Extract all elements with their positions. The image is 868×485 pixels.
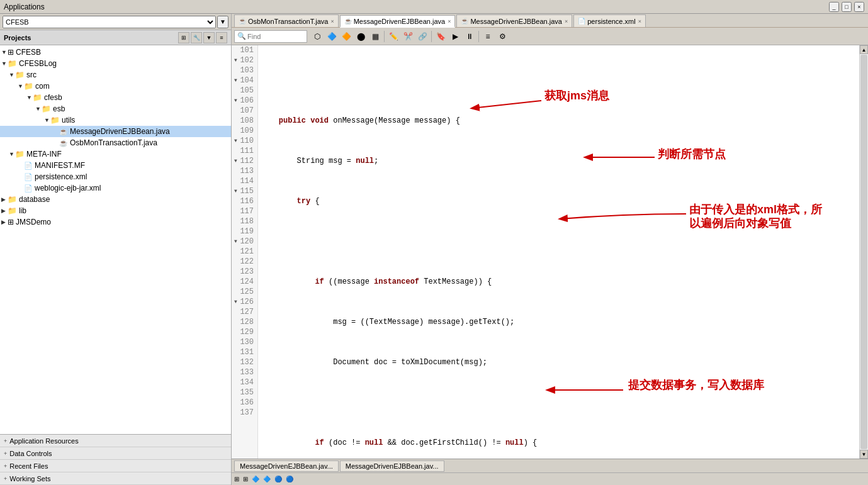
status-item-3: 🔷 (252, 476, 259, 482)
code-editor[interactable]: 101 ▼102 103 ▼104 105 ▼106 107 108 109 ▼… (232, 45, 868, 459)
tree-item-database[interactable]: ▶ 📁 database (0, 194, 231, 205)
tree-item[interactable]: ▼ 📁 utils (0, 114, 231, 126)
toolbar-btn-13[interactable]: ⚙ (495, 30, 509, 43)
tab-recent-files[interactable]: + Recent Files (0, 460, 231, 472)
toolbar-btn-5[interactable]: ▦ (368, 30, 382, 43)
tree-item-jmsdemo[interactable]: ▶ ⊞ JMSDemo (0, 216, 231, 228)
tree-item-manifest[interactable]: 📄 MANIFEST.MF (0, 160, 231, 171)
tree-item[interactable]: ▼ 📁 com (0, 81, 231, 92)
tree-item-osbmon[interactable]: ☕ OsbMonTransactionT.java (0, 137, 231, 148)
code-line: try { (261, 196, 857, 206)
tree-item[interactable]: ▼ 📁 esb (0, 103, 231, 114)
code-line: if ((message instanceof TextMessage)) { (261, 277, 857, 287)
right-scrollbar[interactable]: ▲ ▼ (859, 45, 868, 459)
proj-btn-2[interactable]: 🔧 (191, 32, 202, 43)
annotation-jms: 获取jms消息 (544, 91, 609, 101)
toolbar-btn-3[interactable]: 🔶 (339, 30, 353, 43)
tree-item-weblogic[interactable]: 📄 weblogic-ejb-jar.xml (0, 182, 231, 194)
status-item-2: ⊞ (243, 476, 248, 482)
editor-toolbar: 🔍 ⬡ 🔷 🔶 ⬤ ▦ ✏️ ✂️ 🔗 🔖 ▶ ⏸ ≡ ⚙ (232, 28, 868, 45)
status-item-6: 🔵 (286, 476, 293, 482)
tree-item[interactable]: ▼ 📁 CFESBLog (0, 58, 231, 69)
toolbar-btn-6[interactable]: ✏️ (386, 30, 400, 43)
tab-messagedriven-2[interactable]: ☕ MessageDrivenEJBBean.java × (456, 14, 572, 27)
code-line: msg = ((TextMessage) message).getText(); (261, 317, 857, 327)
projects-toolbar: ⊞ 🔧 ▼ ≡ (178, 32, 227, 43)
toolbar-btn-9[interactable]: 🔖 (434, 30, 448, 43)
scroll-thumb[interactable] (860, 55, 867, 449)
status-item-1: ⊞ (234, 476, 239, 482)
annotation-commit: 提交数据事务，写入数据库 (628, 380, 764, 390)
search-box: 🔍 (234, 30, 307, 43)
code-line (261, 398, 857, 408)
tree-item-lib[interactable]: ▶ 📁 lib (0, 205, 231, 216)
projects-label: Projects (4, 34, 31, 42)
search-icon: 🔍 (237, 32, 246, 40)
code-line (261, 75, 857, 86)
toolbar-btn-11[interactable]: ⏸ (463, 30, 476, 43)
code-line: String msg = null; (261, 156, 857, 166)
bottom-tabs: + Application Resources + Data Controls … (0, 434, 231, 485)
menu-bar[interactable]: Applications _ □ × (0, 0, 868, 14)
right-panel: ☕ OsbMonTransactionT.java × ☕ MessageDri… (232, 14, 868, 485)
toolbar-btn-8[interactable]: 🔗 (415, 30, 429, 43)
app-selector: CFESB ▼ (0, 14, 231, 30)
tree-item[interactable]: ▼ 📁 cfesb (0, 92, 231, 103)
search-input[interactable] (247, 33, 304, 40)
status-bar: ⊞ ⊞ 🔷 🔷 🔵 🔵 (232, 472, 868, 485)
code-line: Document doc = toXmlDocument(msg); (261, 357, 857, 367)
tree-item[interactable]: ▼ 📁 src (0, 69, 231, 81)
toolbar-btn-7[interactable]: ✂️ (401, 30, 415, 43)
scroll-up-btn[interactable]: ▲ (860, 45, 868, 54)
app-dropdown-btn[interactable]: ▼ (217, 16, 228, 28)
annotation-xml: 由于传入是的xml格式，所以遍例后向对象写值 (689, 203, 822, 230)
file-tab-1[interactable]: MessageDrivenEJBBean.jav... (234, 460, 339, 472)
app-dropdown[interactable]: CFESB (3, 16, 216, 28)
proj-btn-1[interactable]: ⊞ (178, 32, 189, 43)
code-line (261, 237, 857, 247)
line-numbers: 101 ▼102 103 ▼104 105 ▼106 107 108 109 ▼… (232, 45, 258, 459)
tab-working-sets[interactable]: + Working Sets (0, 472, 231, 485)
bottom-file-tabs: MessageDrivenEJBBean.jav... MessageDrive… (232, 459, 868, 472)
scroll-down-btn[interactable]: ▼ (860, 450, 868, 459)
tab-persistence[interactable]: 📄 persistence.xml × (573, 14, 646, 27)
tree-item-metainf[interactable]: ▼ 📁 META-INF (0, 148, 231, 160)
tree-item[interactable]: ▼ ⊞ CFESB (0, 47, 231, 58)
tab-app-resources[interactable]: + Application Resources (0, 435, 231, 447)
proj-btn-3[interactable]: ▼ (203, 32, 215, 43)
close-btn[interactable]: × (854, 2, 864, 12)
proj-btn-4[interactable]: ≡ (216, 32, 227, 43)
status-item-5: 🔵 (274, 476, 282, 482)
tree-item-messagedriven[interactable]: ☕ MessageDrivenEJBBean.java (0, 126, 231, 137)
menu-item-applications[interactable]: Applications (4, 3, 45, 11)
toolbar-btn-1[interactable]: ⬡ (310, 30, 324, 43)
projects-header: Projects ⊞ 🔧 ▼ ≡ (0, 30, 231, 45)
code-content[interactable]: public void onMessage(Message message) {… (258, 45, 859, 459)
toolbar-btn-12[interactable]: ≡ (481, 30, 495, 43)
code-line: public void onMessage(Message message) { (261, 116, 857, 126)
tree-item-persistence[interactable]: 📄 persistence.xml (0, 171, 231, 182)
left-panel: CFESB ▼ Projects ⊞ 🔧 ▼ ≡ ▼ (0, 14, 232, 485)
minimize-btn[interactable]: _ (829, 2, 839, 12)
toolbar-btn-2[interactable]: 🔷 (325, 30, 339, 43)
tab-osbmon[interactable]: ☕ OsbMonTransactionT.java × (234, 14, 339, 27)
maximize-btn[interactable]: □ (842, 2, 852, 12)
window-controls[interactable]: _ □ × (829, 2, 864, 12)
tree-view: ▼ ⊞ CFESB ▼ 📁 CFESBLog ▼ 📁 src (0, 45, 231, 434)
status-item-4: 🔷 (263, 476, 271, 482)
editor-tab-bar: ☕ OsbMonTransactionT.java × ☕ MessageDri… (232, 14, 868, 28)
tab-data-controls[interactable]: + Data Controls (0, 447, 231, 460)
toolbar-btn-10[interactable]: ▶ (448, 30, 462, 43)
code-line: if (doc != null && doc.getFirstChild() !… (261, 438, 857, 448)
tab-messagedriven-active[interactable]: ☕ MessageDrivenEJBBean.java × (340, 15, 456, 28)
file-tab-2[interactable]: MessageDrivenEJBBean.jav... (340, 460, 444, 472)
toolbar-btn-4[interactable]: ⬤ (354, 30, 368, 43)
